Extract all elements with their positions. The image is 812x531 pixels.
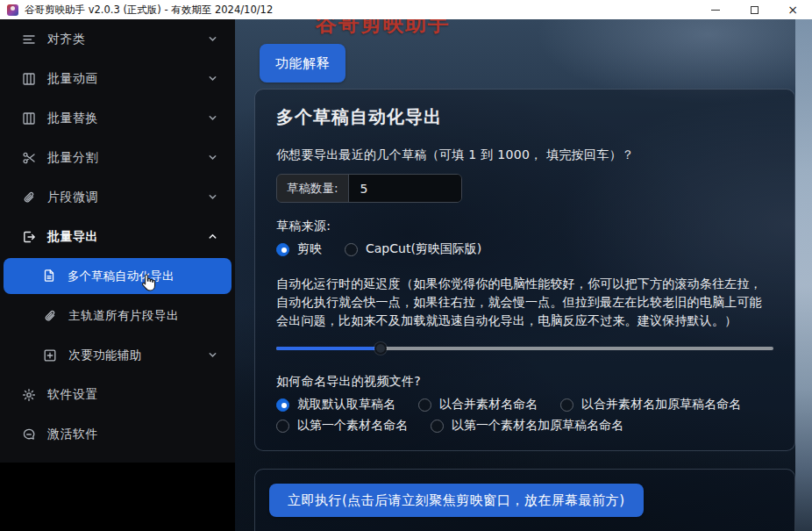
radio-capcut[interactable]: CapCut(剪映国际版) [345,241,481,257]
chevron-down-icon [208,192,217,202]
source-label: 草稿来源: [276,219,773,234]
main-content: 谷哥剪映助手 功能解释 多个草稿自动化导出 你想要导出最近的几个草稿（可填 1 … [235,19,812,531]
execute-button[interactable]: 立即执行(点击后请立刻聚焦剪映窗口，放在屏幕最前方) [269,484,644,517]
close-button[interactable]: × [773,0,812,19]
radio-circle [276,398,289,412]
panel-title: 多个草稿自动化导出 [276,105,773,130]
titlebar: 谷哥剪映助手 v2.0.3 (正式版) - 有效期至 2024/10/12 × [0,0,812,19]
radio-merged-material-plus-draft-name[interactable]: 以合并素材名加原草稿名命名 [560,397,741,413]
chat-icon [21,427,36,441]
window-title: 谷哥剪映助手 v2.0.3 (正式版) - 有效期至 2024/10/12 [25,4,273,17]
radio-default-draft-name[interactable]: 就取默认取草稿名 [276,397,395,413]
sidebar-item-align[interactable]: 对齐类 [0,19,235,59]
radio-jianying[interactable]: 剪映 [276,241,322,257]
document-icon [42,269,57,283]
align-icon [21,32,36,47]
sidebar-item-batch-animation[interactable]: 批量动画 [0,59,235,98]
sidebar-item-batch-export[interactable]: 批量导出 [0,217,235,256]
export-icon [21,229,36,244]
draft-count-label: 草稿数量: [277,175,349,202]
radio-circle [276,420,289,433]
paperclip-icon [21,190,36,205]
source-radio-row: 剪映 CapCut(剪映国际版) [276,241,773,257]
sidebar-item-batch-replace[interactable]: 批量替换 [0,98,235,138]
chevron-down-icon [208,350,217,360]
sidebar: 对齐类 批量动画 批量替换 [0,19,235,531]
slider-fill [276,347,381,350]
sidebar-item-settings[interactable]: 软件设置 [0,375,235,414]
naming-radio-row-1: 就取默认取草稿名 以合并素材名命名 以合并素材名加原草稿名命名 [276,397,773,413]
minimize-button[interactable] [696,0,735,19]
chevron-down-icon [208,113,217,123]
naming-label: 如何命名导出的视频文件? [276,374,773,390]
scissors-icon [21,150,36,165]
chevron-down-icon [208,34,217,44]
app-logo-icon [7,4,18,16]
radio-merged-material-name[interactable]: 以合并素材名命名 [418,397,538,413]
plus-square-icon [42,348,57,362]
draft-count-question: 你想要导出最近的几个草稿（可填 1 到 1000， 填完按回车）？ [276,147,773,163]
sidebar-item-secondary-functions[interactable]: 次要功能辅助 [0,335,235,375]
maximize-button[interactable] [735,0,773,19]
radio-first-material-name[interactable]: 以第一个素材名命名 [276,418,408,434]
gear-icon [21,387,36,402]
batch-grid-icon [21,111,36,126]
radio-circle [431,420,444,433]
radio-first-material-plus-draft-name[interactable]: 以第一个素材名加原草稿名命名 [431,418,623,434]
sidebar-item-activate[interactable]: 激活软件 [0,414,235,454]
batch-grid-icon [21,71,36,86]
radio-circle [560,398,573,412]
page-heading: 谷哥剪映助手 [316,19,812,38]
sidebar-item-clip-finetune[interactable]: 片段微调 [0,177,235,217]
explain-button[interactable]: 功能解释 [260,44,345,83]
paperclip-icon [42,308,57,323]
radio-circle [276,243,289,256]
delay-slider[interactable] [276,342,773,355]
action-panel: 立即执行(点击后请立刻聚焦剪映窗口，放在屏幕最前方) [254,469,795,531]
sidebar-item-batch-split[interactable]: 批量分割 [0,138,235,177]
chevron-up-icon [208,232,217,241]
radio-circle [345,243,358,256]
sidebar-item-multi-draft-export[interactable]: 多个草稿自动化导出 [4,258,231,294]
chevron-down-icon [208,74,217,83]
chevron-down-icon [208,153,217,162]
scrollbar[interactable] [795,19,812,531]
draft-count-input[interactable] [349,175,461,202]
slider-handle[interactable] [374,342,387,355]
sidebar-item-main-track-export[interactable]: 主轨道所有片段导出 [0,296,235,335]
delay-description: 自动化运行时的延迟度（如果你觉得你的电脑性能较好，你可以把下方的滚动条往左拉，自… [276,275,773,330]
radio-circle [418,398,431,412]
naming-radio-row-2: 以第一个素材名命名 以第一个素材名加原草稿名命名 [276,418,773,434]
draft-count-group: 草稿数量: [276,174,462,203]
export-settings-panel: 多个草稿自动化导出 你想要导出最近的几个草稿（可填 1 到 1000， 填完按回… [254,89,795,451]
